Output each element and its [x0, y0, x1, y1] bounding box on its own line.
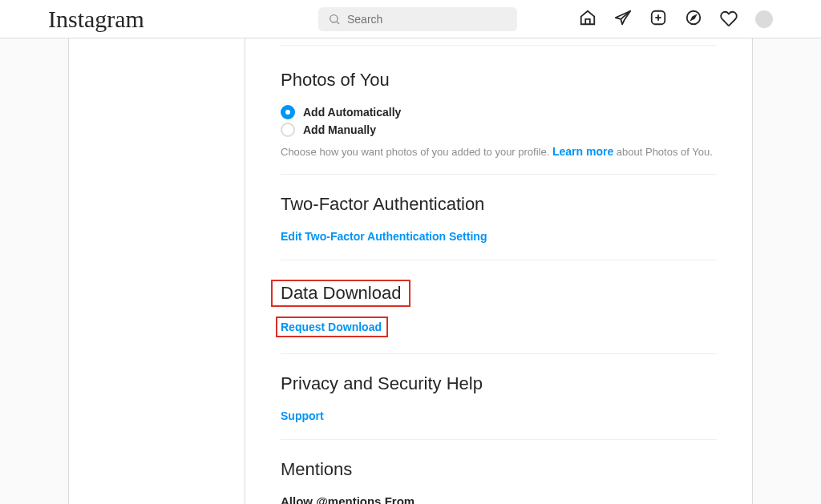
svg-point-0	[330, 14, 338, 22]
radio-icon	[281, 105, 295, 119]
support-link[interactable]: Support	[281, 409, 324, 422]
photos-radio-group: Add Automatically Add Manually	[281, 105, 717, 137]
home-icon[interactable]	[579, 9, 597, 30]
avatar[interactable]	[755, 10, 773, 28]
section-privacy-help: Privacy and Security Help Support	[281, 353, 717, 439]
allow-mentions-label: Allow @mentions From	[281, 494, 717, 504]
section-photos-of-you: Photos of You Add Automatically Add Manu…	[281, 46, 717, 174]
section-data-download: Data Download Request Download	[281, 260, 717, 353]
highlight-title: Data Download	[271, 280, 410, 307]
explore-icon[interactable]	[685, 9, 702, 30]
settings-main: Photos of You Add Automatically Add Manu…	[245, 38, 752, 504]
radio-add-automatically[interactable]: Add Automatically	[281, 105, 717, 119]
help-text: Choose how you want photos of you added …	[281, 145, 717, 158]
svg-marker-6	[691, 15, 696, 20]
highlight-link: Request Download	[276, 317, 388, 337]
settings-container: Photos of You Add Automatically Add Manu…	[68, 38, 753, 504]
radio-icon	[281, 123, 295, 137]
svg-line-1	[337, 22, 339, 24]
section-two-factor: Two-Factor Authentication Edit Two-Facto…	[281, 174, 717, 260]
app-header: Instagram	[0, 0, 821, 38]
section-title: Photos of You	[281, 70, 717, 91]
search-wrap	[318, 7, 517, 31]
section-title: Two-Factor Authentication	[281, 194, 717, 215]
radio-label: Add Manually	[303, 123, 376, 136]
new-post-icon[interactable]	[649, 9, 667, 30]
search-input[interactable]	[318, 7, 517, 31]
section-title: Data Download	[281, 283, 401, 304]
search-icon	[328, 13, 341, 29]
help-suffix: about Photos of You.	[613, 146, 713, 158]
section-mentions: Mentions Allow @mentions From	[281, 439, 717, 504]
section-title: Mentions	[281, 459, 717, 480]
learn-more-link[interactable]: Learn more	[552, 145, 613, 158]
page: Photos of You Add Automatically Add Manu…	[0, 38, 821, 504]
edit-two-factor-link[interactable]: Edit Two-Factor Authentication Setting	[281, 230, 487, 243]
messages-icon[interactable]	[614, 9, 632, 30]
activity-icon[interactable]	[720, 9, 738, 30]
settings-sidebar	[69, 38, 245, 504]
section-title: Privacy and Security Help	[281, 373, 717, 394]
nav-icons	[579, 9, 773, 30]
help-prefix: Choose how you want photos of you added …	[281, 146, 552, 158]
radio-label: Add Automatically	[303, 106, 401, 119]
request-download-link[interactable]: Request Download	[281, 321, 382, 333]
radio-add-manually[interactable]: Add Manually	[281, 123, 717, 137]
instagram-logo[interactable]: Instagram	[48, 6, 144, 33]
